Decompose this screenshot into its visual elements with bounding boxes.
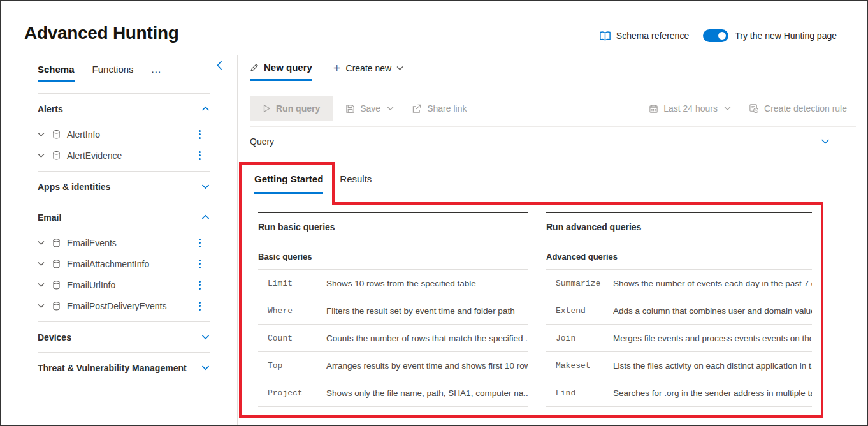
query-description: Filters the result set by event time and… — [326, 306, 515, 316]
chevron-down-icon[interactable] — [821, 138, 830, 145]
create-new-button[interactable]: + Create new — [333, 55, 403, 73]
query-toolbar: Run query Save Share link Last 24 hours — [250, 96, 856, 121]
page-title: Advanced Hunting — [24, 23, 179, 43]
tab-schema[interactable]: Schema — [38, 64, 75, 82]
chevron-down-icon[interactable] — [38, 283, 45, 288]
query-section-label: Query — [250, 136, 274, 147]
chevron-down-icon[interactable] — [38, 261, 45, 267]
section-label: Email — [38, 212, 61, 223]
kebab-menu-icon[interactable] — [196, 257, 210, 271]
kebab-menu-icon[interactable] — [196, 149, 210, 163]
table-row[interactable]: Join Merges file events and process even… — [546, 325, 812, 352]
table-icon — [52, 238, 61, 248]
table-icon — [52, 301, 61, 311]
section-label: Devices — [38, 332, 71, 342]
table-row[interactable]: Top Arranges results by event time and s… — [258, 352, 528, 379]
toolbar-right-group: Last 24 hours Create detection rule — [640, 96, 856, 121]
section-alerts[interactable]: Alerts — [38, 94, 210, 124]
kebab-menu-icon[interactable] — [196, 236, 210, 250]
content-tabs: Getting Started Results — [254, 164, 372, 194]
create-detection-rule-label: Create detection rule — [764, 103, 847, 114]
schema-reference-label: Schema reference — [616, 31, 689, 41]
tree-item-emailpostdeliveryevents[interactable]: EmailPostDeliveryEvents — [38, 295, 210, 316]
table-row[interactable]: Project Shows only the file name, path, … — [258, 379, 528, 407]
tree-item-emailevents[interactable]: EmailEvents — [38, 232, 210, 253]
chevron-down-icon — [724, 106, 731, 111]
tree-item-emailurlinfo[interactable]: EmailUrlInfo — [38, 274, 210, 295]
section-label: Threat & Vulnerability Management — [38, 363, 187, 373]
table-title: Advanced queries — [546, 252, 812, 261]
run-query-button[interactable]: Run query — [250, 96, 333, 121]
chevron-down-icon[interactable] — [38, 240, 45, 246]
tree-item-label: EmailUrlInfo — [67, 280, 196, 290]
query-description: Counts the number of rows that match the… — [326, 334, 528, 343]
time-range-button[interactable]: Last 24 hours — [640, 96, 740, 121]
create-detection-rule-button[interactable]: Create detection rule — [740, 96, 856, 121]
table-icon — [52, 280, 61, 290]
query-name: Summarize — [546, 279, 613, 288]
section-threat-vulnerability-management[interactable]: Threat & Vulnerability Management — [38, 353, 210, 383]
table-icon — [52, 129, 61, 140]
schema-reference-link[interactable]: Schema reference — [599, 31, 689, 41]
chevron-down-icon — [387, 106, 394, 111]
query-name: Makeset — [546, 361, 613, 371]
tree-item-label: EmailAttachmentInfo — [67, 259, 196, 269]
basic-queries-table: Limit Shows 10 rows from the specified t… — [258, 269, 528, 407]
save-label: Save — [360, 103, 380, 114]
tab-new-query[interactable]: New query — [250, 55, 312, 81]
tree-item-label: AlertEvidence — [67, 151, 196, 161]
section-label: Alerts — [38, 104, 63, 114]
query-description: Shows only the file name, path, SHA1, co… — [326, 388, 528, 398]
query-name: Limit — [258, 279, 326, 288]
query-name: Where — [258, 306, 326, 316]
table-row[interactable]: Count Counts the number of rows that mat… — [258, 325, 528, 352]
query-description: Shows 10 rows from the specified table — [326, 279, 476, 288]
section-apps-identities[interactable]: Apps & identities — [38, 172, 210, 202]
save-button[interactable]: Save — [336, 96, 403, 121]
kebab-menu-icon[interactable] — [196, 278, 210, 292]
chevron-down-icon[interactable] — [38, 153, 45, 158]
advanced-hunting-page: Advanced Hunting Schema reference Try th… — [0, 0, 868, 426]
getting-started-panels: Run basic queries Basic queries Limit Sh… — [258, 212, 812, 407]
query-description: Arranges results by event time and shows… — [326, 361, 528, 371]
query-description: Adds a column that combines user and dom… — [613, 306, 812, 316]
table-row[interactable]: Find Searches for .org in the sender add… — [546, 379, 812, 407]
tree-item-emailattachmentinfo[interactable]: EmailAttachmentInfo — [38, 253, 210, 274]
chevron-down-icon[interactable] — [38, 132, 45, 137]
try-new-hunting-toggle[interactable] — [703, 29, 728, 42]
share-link-button[interactable]: Share link — [403, 96, 475, 121]
table-row[interactable]: Extend Adds a column that combines user … — [546, 297, 812, 325]
sidebar-tabs-overflow-button[interactable]: ... — [152, 64, 162, 80]
save-icon — [345, 104, 355, 114]
query-description: Searches for .org in the sender address … — [613, 388, 812, 398]
panel-title: Run advanced queries — [546, 222, 812, 232]
query-section-header[interactable]: Query — [250, 127, 830, 156]
table-row[interactable]: Makeset Lists the files activity on each… — [546, 352, 812, 379]
table-row[interactable]: Limit Shows 10 rows from the specified t… — [258, 270, 528, 297]
chevron-up-icon — [201, 106, 210, 112]
section-email[interactable]: Email — [38, 202, 210, 232]
query-name: Extend — [546, 306, 613, 316]
chevron-down-icon — [201, 365, 210, 371]
tree-item-alertevidence[interactable]: AlertEvidence — [38, 145, 210, 166]
chevron-down-icon[interactable] — [38, 304, 45, 309]
chevron-down-icon — [396, 66, 403, 71]
create-new-label: Create new — [346, 63, 392, 73]
query-name: Join — [546, 334, 613, 343]
book-icon — [599, 31, 611, 41]
tab-results[interactable]: Results — [340, 164, 372, 194]
kebab-menu-icon[interactable] — [196, 128, 210, 142]
kebab-menu-icon[interactable] — [196, 299, 210, 313]
table-row[interactable]: Summarize Shows the number of events eac… — [546, 270, 812, 297]
chevron-down-icon — [201, 184, 210, 189]
schema-sidebar: Schema Functions ... Alerts AlertInfo — [1, 55, 238, 425]
tab-getting-started[interactable]: Getting Started — [254, 164, 323, 194]
tree-item-alertinfo[interactable]: AlertInfo — [38, 124, 210, 145]
basic-queries-panel: Run basic queries Basic queries Limit Sh… — [258, 212, 528, 407]
section-devices[interactable]: Devices — [38, 322, 210, 352]
tree-item-label: EmailEvents — [67, 238, 196, 248]
tab-functions[interactable]: Functions — [92, 64, 134, 80]
toggle-knob — [718, 32, 726, 40]
header-actions: Schema reference Try the new Hunting pag… — [599, 29, 837, 42]
table-row[interactable]: Where Filters the result set by event ti… — [258, 297, 528, 325]
